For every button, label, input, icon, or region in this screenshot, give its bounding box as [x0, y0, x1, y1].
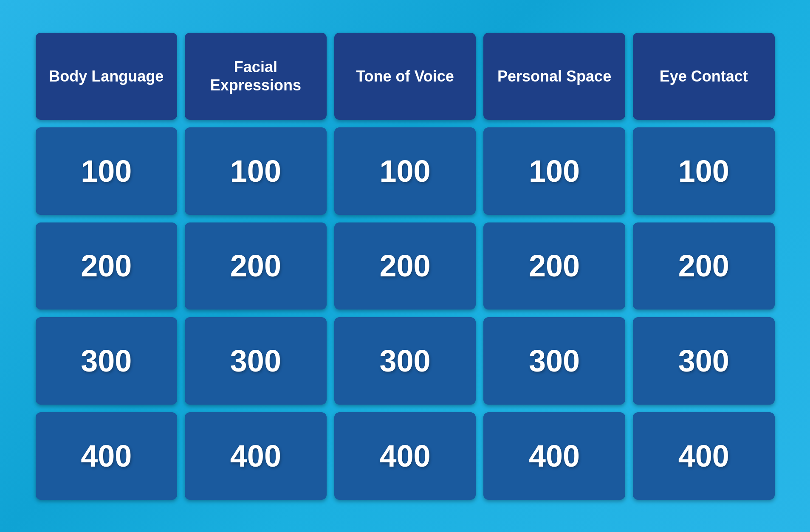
header-body-language[interactable]: Body Language	[36, 33, 178, 120]
cell-personal-space-200[interactable]: 200	[483, 222, 625, 310]
cell-eye-contact-100[interactable]: 100	[633, 127, 775, 215]
value-personal-space-300: 300	[525, 338, 584, 383]
cell-body-language-200[interactable]: 200	[36, 222, 178, 310]
cell-personal-space-300[interactable]: 300	[483, 317, 625, 405]
cell-tone-of-voice-300[interactable]: 300	[334, 317, 476, 405]
header-tone-of-voice[interactable]: Tone of Voice	[334, 33, 476, 120]
value-eye-contact-300: 300	[674, 338, 734, 383]
value-facial-expressions-100: 100	[226, 149, 285, 194]
header-label-body-language: Body Language	[45, 63, 168, 90]
value-body-language-400: 400	[76, 433, 136, 479]
cell-personal-space-100[interactable]: 100	[483, 127, 625, 215]
value-body-language-300: 300	[76, 338, 136, 383]
cell-body-language-400[interactable]: 400	[36, 412, 178, 500]
header-label-facial-expressions: Facial Expressions	[206, 53, 305, 99]
cell-personal-space-400[interactable]: 400	[483, 412, 625, 500]
cell-eye-contact-400[interactable]: 400	[633, 412, 775, 500]
cell-facial-expressions-400[interactable]: 400	[185, 412, 327, 500]
value-facial-expressions-200: 200	[226, 243, 285, 288]
cell-tone-of-voice-100[interactable]: 100	[334, 127, 476, 215]
value-facial-expressions-400: 400	[226, 433, 285, 479]
cell-tone-of-voice-200[interactable]: 200	[334, 222, 476, 310]
value-body-language-100: 100	[76, 149, 136, 194]
header-label-personal-space: Personal Space	[493, 63, 615, 90]
value-personal-space-400: 400	[525, 433, 584, 479]
value-personal-space-200: 200	[525, 243, 584, 288]
cell-eye-contact-300[interactable]: 300	[633, 317, 775, 405]
value-personal-space-100: 100	[525, 149, 584, 194]
value-body-language-200: 200	[76, 243, 136, 288]
cell-facial-expressions-100[interactable]: 100	[185, 127, 327, 215]
value-facial-expressions-300: 300	[226, 338, 285, 383]
cell-body-language-100[interactable]: 100	[36, 127, 178, 215]
cell-body-language-300[interactable]: 300	[36, 317, 178, 405]
value-tone-of-voice-400: 400	[375, 433, 435, 479]
header-facial-expressions[interactable]: Facial Expressions	[185, 33, 327, 120]
cell-tone-of-voice-400[interactable]: 400	[334, 412, 476, 500]
value-eye-contact-100: 100	[674, 149, 734, 194]
header-label-eye-contact: Eye Contact	[655, 63, 752, 90]
value-tone-of-voice-300: 300	[375, 338, 435, 383]
jeopardy-board: Body Language Facial Expressions Tone of…	[19, 16, 792, 517]
header-eye-contact[interactable]: Eye Contact	[633, 33, 775, 120]
header-personal-space[interactable]: Personal Space	[483, 33, 625, 120]
cell-facial-expressions-200[interactable]: 200	[185, 222, 327, 310]
header-label-tone-of-voice: Tone of Voice	[352, 63, 458, 90]
cell-eye-contact-200[interactable]: 200	[633, 222, 775, 310]
cell-facial-expressions-300[interactable]: 300	[185, 317, 327, 405]
value-tone-of-voice-200: 200	[375, 243, 435, 288]
value-eye-contact-400: 400	[674, 433, 734, 479]
value-tone-of-voice-100: 100	[375, 149, 435, 194]
value-eye-contact-200: 200	[674, 243, 734, 288]
